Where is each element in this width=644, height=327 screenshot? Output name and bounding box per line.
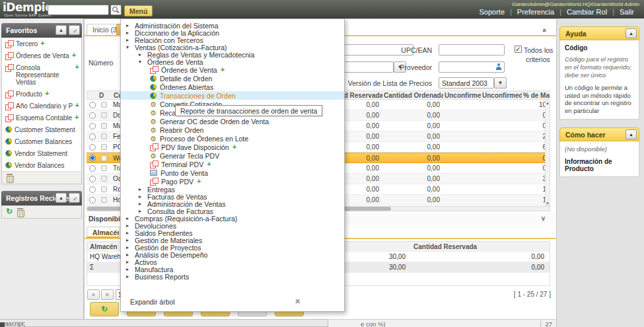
expand-tree-link[interactable]: Expandir árbol (130, 298, 175, 306)
howto-heading[interactable]: Información de Producto (565, 158, 634, 172)
favorite-item[interactable]: Consola Representante Ventas (2, 61, 81, 88)
scroll-down-icon[interactable]: ▼ (546, 201, 550, 205)
favorite-item[interactable]: Órdenes de Venta (2, 50, 81, 61)
row-checkbox[interactable] (101, 165, 107, 171)
menu-item[interactable]: Análisis de Desempeño (121, 251, 344, 258)
menu-item[interactable]: Devoluciones (121, 222, 344, 229)
header-margen[interactable]: % de Margen (522, 92, 550, 99)
add-favorite-icon[interactable] (45, 91, 49, 96)
collapse-panel-button[interactable]: ▲ (626, 129, 637, 139)
menu-item[interactable]: Administración de Ventas (121, 200, 344, 207)
add-favorite-icon[interactable] (221, 67, 225, 73)
menu-item[interactable]: Órdenes Abiertas (121, 83, 344, 91)
row-checkbox[interactable] (101, 186, 107, 192)
menu-item[interactable]: Gestión de Materiales (121, 236, 344, 244)
row-radio[interactable] (89, 144, 96, 151)
scroll-up-icon[interactable]: ▲ (546, 101, 550, 105)
trash-icon[interactable] (6, 174, 13, 182)
menu-item[interactable]: Reglas de Ventas y Mercadotecnia (121, 51, 344, 58)
row-radio[interactable] (89, 102, 96, 108)
row-checkbox[interactable] (101, 144, 107, 150)
trash-icon[interactable] (17, 208, 24, 216)
menu-item[interactable]: Consulta de Facturas (121, 207, 344, 215)
row-checkbox[interactable] (101, 102, 107, 108)
add-favorite-icon[interactable] (40, 40, 44, 46)
menu-item[interactable]: Diccionario de la Aplicación (121, 29, 344, 36)
upc-field[interactable] (439, 44, 505, 55)
favorite-item[interactable]: Vendor Balances (2, 159, 81, 171)
menu-item[interactable]: Saldos Pendientes (121, 229, 344, 236)
row-checkbox[interactable] (101, 197, 107, 203)
support-link[interactable]: Soporte (474, 8, 510, 16)
search-button[interactable] (110, 5, 122, 15)
row-radio[interactable] (89, 123, 96, 129)
add-favorite-icon[interactable] (72, 52, 76, 58)
menu-item[interactable]: Compras (Requisición-a-Factura) (121, 215, 344, 222)
menu-item[interactable]: Proceso de Órdenes en Lote (121, 134, 344, 143)
row-radio[interactable] (89, 197, 96, 203)
menu-item[interactable]: Gestión de Proyectos (121, 244, 344, 251)
refresh-icon[interactable] (6, 208, 13, 216)
favorite-item[interactable]: Esquema Contable (2, 112, 81, 124)
collapse-tree-icon[interactable]: ✕ (295, 297, 301, 305)
row-radio[interactable] (89, 165, 96, 172)
refresh-button[interactable] (90, 302, 119, 316)
prev-page-button[interactable]: < (101, 289, 114, 300)
menu-item[interactable]: Activos (121, 258, 344, 266)
menu-item[interactable]: Detalle de Orden (121, 74, 344, 83)
proveedor-field[interactable] (439, 61, 505, 73)
add-favorite-icon[interactable] (207, 161, 211, 167)
menu-item[interactable]: Relación con Terceros (121, 36, 344, 44)
menu-item[interactable]: Administración del Sistema (121, 22, 344, 29)
header-reservada[interactable]: Cantidad Reservada (411, 243, 550, 250)
add-favorite-icon[interactable] (233, 144, 236, 150)
menu-item[interactable]: Facturas de Ventas (121, 193, 344, 200)
menu-item-selected[interactable]: Transacciones de Orden (121, 91, 344, 100)
favorite-item[interactable]: Vendor Statement (2, 147, 81, 159)
row-checkbox[interactable] (101, 155, 107, 161)
row-radio[interactable] (89, 133, 96, 140)
favorite-item[interactable]: Producto (2, 88, 81, 100)
row-radio-selected[interactable] (89, 155, 96, 161)
favorite-item[interactable]: Año Calendario y Período (2, 100, 81, 112)
menu-item[interactable]: Terminal PDV (121, 160, 344, 168)
favorite-item[interactable]: Customer Statement (2, 124, 81, 135)
menu-item[interactable]: Generar Tecla PDV (121, 151, 344, 160)
preferences-link[interactable]: Preferencia (512, 8, 559, 16)
add-favorite-icon[interactable] (197, 178, 201, 184)
add-favorite-icon[interactable] (75, 64, 79, 70)
logout-link[interactable]: Salir (614, 8, 639, 16)
header-ordenada[interactable]: Cantidad Ordenada (382, 92, 443, 99)
header-uqty[interactable]: Unconfirmed Qty (443, 92, 481, 99)
menu-item[interactable]: Business Reports (121, 273, 344, 280)
row-radio[interactable] (89, 176, 96, 182)
favorite-item[interactable]: Tercero (2, 38, 81, 50)
row-checkbox[interactable] (101, 176, 107, 182)
menu-item[interactable]: Reabrir Orden (121, 126, 344, 134)
price-list-version-field[interactable]: Standard 2003 (439, 77, 494, 89)
menu-item[interactable]: Generar OC desde Orden de Venta (121, 117, 344, 126)
header-umove[interactable]: Unconfirmed Move (481, 92, 522, 99)
menu-item[interactable]: Órdenes de Venta (121, 58, 344, 65)
all-criteria-checkbox[interactable]: ✓ (515, 46, 522, 53)
row-radio[interactable] (89, 186, 96, 193)
add-favorite-icon[interactable] (75, 114, 79, 120)
row-checkbox[interactable] (101, 133, 107, 139)
change-role-link[interactable]: Cambiar Rol (561, 8, 612, 16)
vertical-scrollbar[interactable]: ▲▼ (545, 100, 550, 206)
menu-item[interactable]: PDV llave Disposición (121, 143, 344, 151)
favorite-item[interactable]: Customer Balances (2, 135, 81, 147)
first-page-button[interactable]: « (87, 289, 100, 300)
row-checkbox[interactable] (101, 112, 107, 118)
collapse-panel-button[interactable]: ▲ (55, 25, 67, 35)
chevron-down-icon[interactable]: ∨ (541, 215, 546, 222)
collapse-section-icon[interactable]: « (543, 26, 547, 34)
menu-item[interactable]: Punto de Venta (121, 168, 344, 177)
menu-item[interactable]: Pago PDV (121, 177, 344, 186)
expand-panel-button[interactable]: ↔ (69, 25, 80, 35)
collapse-panel-button[interactable]: ▲ (55, 193, 67, 203)
expand-panel-button[interactable]: ↔ (69, 193, 80, 203)
business-partner-icon[interactable] (495, 63, 502, 70)
price-list-version-dropdown-button[interactable]: ▼ (494, 77, 507, 89)
row-radio[interactable] (89, 112, 96, 119)
